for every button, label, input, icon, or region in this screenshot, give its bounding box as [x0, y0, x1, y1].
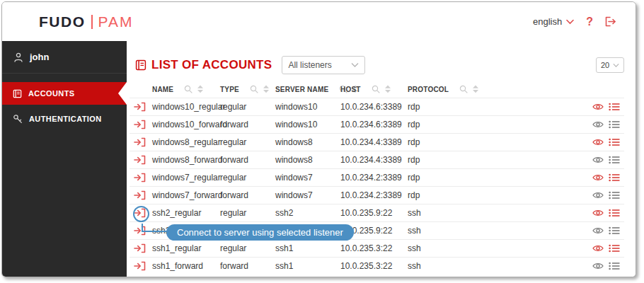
sidebar-item-accounts[interactable]: ACCOUNTS [2, 82, 127, 105]
connect-icon[interactable] [134, 102, 146, 112]
table-row[interactable]: windows8_forward forward windows8 10.0.2… [130, 151, 624, 168]
connect-icon[interactable] [134, 120, 146, 129]
main-content: LIST OF ACCOUNTS All listeners 20 [127, 41, 636, 277]
cell-protocol: rdp [408, 102, 586, 112]
details-list-icon[interactable] [609, 262, 620, 270]
sort-icon[interactable] [197, 85, 204, 93]
table-row[interactable]: ssh1_forward forward ssh1 10.0.235.3:22 … [130, 257, 624, 275]
details-list-icon[interactable] [609, 120, 620, 129]
cell-server-name: windows7 [275, 173, 340, 183]
cell-type: regular [220, 137, 275, 147]
tooltip: Connect to server using selected listene… [166, 224, 354, 241]
row-actions [586, 103, 624, 111]
column-label: HOST [340, 86, 361, 93]
details-list-icon[interactable] [609, 244, 620, 253]
sort-icon[interactable] [384, 85, 391, 93]
logo-text-pam: PAM [98, 13, 134, 30]
table-row[interactable]: windows7_regular regular windows7 10.0.2… [130, 168, 624, 186]
table-header: NAME TYPE SERVER NAME [130, 81, 624, 98]
table-row[interactable]: windows10_forward forward windows10 10.0… [130, 115, 624, 133]
column-label: PROTOCOL [408, 86, 449, 93]
eye-icon[interactable] [592, 156, 604, 164]
connect-icon[interactable] [134, 190, 146, 200]
cell-server-name: windows8 [275, 155, 340, 165]
sidebar-item-authentication[interactable]: AUTHENTICATION [2, 108, 127, 129]
details-list-icon[interactable] [609, 103, 620, 111]
page-title: LIST OF ACCOUNTS [135, 58, 272, 72]
sort-icon[interactable] [263, 85, 270, 93]
connect-icon[interactable] [134, 173, 146, 183]
details-list-icon[interactable] [609, 156, 620, 164]
search-icon[interactable] [184, 85, 193, 94]
eye-icon[interactable] [592, 173, 604, 182]
page-title-label: LIST OF ACCOUNTS [151, 58, 272, 72]
cell-protocol: rdp [408, 137, 586, 147]
logo-text-fudo: FUDO [39, 13, 86, 30]
row-actions [586, 226, 624, 235]
connect-icon[interactable] [134, 261, 146, 271]
cell-server-name: windows8 [275, 137, 340, 147]
sidebar-item-label: ACCOUNTS [28, 89, 75, 98]
eye-icon[interactable] [592, 138, 604, 146]
connect-icon[interactable] [134, 243, 146, 253]
table-row[interactable]: windows8_regular regular windows8 10.0.2… [130, 133, 624, 151]
topbar-controls: english ? [533, 16, 617, 28]
cell-name: windows10_forward [152, 120, 220, 129]
eye-icon[interactable] [592, 244, 604, 253]
listener-filter-select[interactable]: All listeners [282, 56, 365, 74]
logout-icon[interactable] [605, 16, 617, 27]
cell-protocol: rdp [408, 120, 586, 129]
details-list-icon[interactable] [609, 191, 620, 200]
cell-server-name: ssh1 [275, 243, 340, 253]
help-icon[interactable]: ? [586, 16, 593, 28]
logo-divider [91, 15, 93, 29]
page-size-select[interactable]: 20 [596, 57, 624, 73]
cell-protocol: rdp [408, 190, 586, 200]
eye-icon[interactable] [592, 103, 604, 111]
eye-icon[interactable] [592, 262, 604, 270]
search-icon[interactable] [459, 85, 468, 94]
book-icon [13, 89, 22, 98]
book-icon [135, 59, 146, 71]
connect-cell [134, 243, 152, 253]
connect-icon[interactable] [134, 137, 146, 147]
table-row[interactable]: windows10_regular regular windows10 10.0… [130, 98, 624, 115]
language-selector[interactable]: english [533, 16, 574, 27]
cell-protocol: ssh [408, 261, 586, 271]
cell-server-name: windows10 [275, 102, 340, 112]
chevron-down-icon [351, 62, 359, 68]
sidebar-item-user[interactable]: john [2, 41, 127, 74]
cell-name: windows7_forward [152, 190, 220, 200]
table-row[interactable]: ssh1_regular regular ssh1 10.0.235.3:22 … [130, 239, 624, 257]
cell-host: 10.0.235.9:22 [340, 208, 408, 218]
details-list-icon[interactable] [609, 209, 620, 217]
eye-icon[interactable] [592, 209, 604, 217]
search-icon[interactable] [250, 85, 259, 94]
search-icon[interactable] [372, 85, 381, 94]
connect-icon[interactable] [134, 155, 146, 165]
details-list-icon[interactable] [609, 138, 620, 146]
cell-server-name: ssh2 [275, 208, 340, 218]
language-label: english [533, 16, 562, 27]
column-header-host: HOST [340, 85, 408, 94]
page-size-value: 20 [601, 61, 609, 69]
details-list-icon[interactable] [609, 226, 620, 235]
eye-icon[interactable] [592, 120, 604, 129]
column-label: NAME [152, 86, 173, 93]
row-actions [586, 173, 624, 182]
details-list-icon[interactable] [609, 173, 620, 182]
cell-type: forward [220, 261, 275, 271]
table-row[interactable]: windows7_forward forward windows7 10.0.2… [130, 186, 624, 204]
eye-icon[interactable] [592, 191, 604, 200]
tooltip-connector [142, 224, 167, 232]
column-label: TYPE [220, 86, 239, 93]
column-controls [459, 85, 479, 94]
sidebar-user-label: john [30, 52, 49, 62]
cell-name: windows7_regular [152, 173, 220, 183]
listener-filter-value: All listeners [288, 60, 331, 70]
sort-icon[interactable] [472, 85, 479, 93]
eye-icon[interactable] [592, 226, 604, 235]
connect-cell [134, 120, 152, 129]
table-row[interactable]: ssh2_regular regular ssh2 10.0.235.9:22 … [130, 204, 624, 221]
cell-protocol: ssh [408, 208, 586, 218]
